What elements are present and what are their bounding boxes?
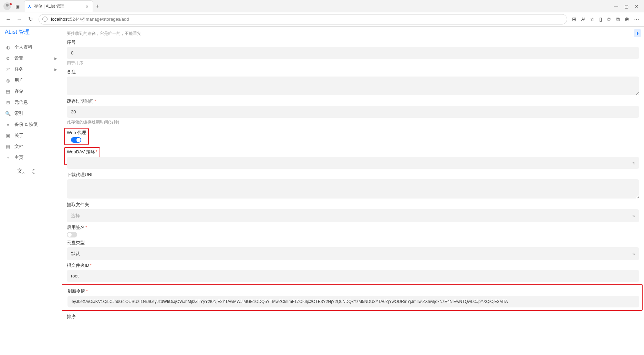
card-icon: ▣ [5, 133, 11, 138]
extract-select[interactable]: 选择 [67, 209, 639, 222]
browser-titlebar: ▣ ⋏ 存储 | AList 管理 × + — ▢ ✕ [0, 0, 644, 12]
proxyurl-textarea[interactable] [67, 179, 639, 199]
favorite-icon[interactable]: ☆ [590, 16, 594, 22]
minimize-icon[interactable]: — [614, 4, 618, 9]
remark-textarea[interactable] [67, 77, 639, 95]
tab-favicon-icon: ⋏ [28, 4, 31, 9]
url-path: /@manage/storages/add [80, 17, 129, 22]
url-host: localhost [51, 17, 69, 22]
tab-title: 存储 | AList 管理 [34, 3, 85, 9]
webproxy-toggle[interactable] [71, 137, 81, 143]
form-main: 要挂载到的路径，它是唯一的，不能重复 序号 用于排序 备注 缓存过期时间* 此存… [62, 27, 644, 355]
database-icon: ≡ [5, 122, 11, 127]
rootid-label: 根文件夹ID* [67, 262, 639, 268]
sign-toggle[interactable] [67, 232, 77, 237]
read-aloud-icon[interactable]: A⁾ [581, 17, 585, 22]
webdav-label: WebDAV 策略* [67, 149, 97, 155]
sidebar-item-settings[interactable]: ⚙设置▶ [3, 53, 59, 64]
sidebar: ◐个人资料 ⚙设置▶ ⇄任务▶ ◎用户 ▤存储 ⊞元信息 🔍索引 ≡备份 & 恢… [0, 27, 62, 355]
disk-select[interactable]: 默认 [67, 247, 639, 260]
sidebar-item-label: 备份 & 恢复 [14, 121, 38, 128]
webdav-select[interactable] [67, 157, 639, 169]
site-info-icon[interactable]: i [42, 17, 48, 22]
webproxy-label: Web 代理 [67, 130, 86, 136]
tab-close-icon[interactable]: × [85, 4, 89, 9]
storage-icon: ▤ [5, 89, 11, 94]
extract-label: 提取文件夹 [67, 202, 639, 208]
remark-label: 备注 [67, 69, 639, 75]
collections-icon[interactable]: ⧉ [616, 16, 620, 22]
sidebar-item-label: 用户 [14, 77, 23, 83]
theme-toggle-icon[interactable]: ☾ [31, 168, 37, 175]
ai-assistant-icon[interactable]: ◗ [634, 29, 641, 37]
sidebar-item-backup[interactable]: ≡备份 & 恢复 [3, 119, 59, 130]
sidebar-item-label: 主页 [14, 154, 23, 161]
order-label: 序号 [67, 39, 639, 45]
refresh-button[interactable]: ↻ [25, 14, 36, 25]
token-label: 刷新令牌* [67, 288, 639, 294]
sidebar-item-tasks[interactable]: ⇄任务▶ [3, 64, 59, 75]
close-icon[interactable]: ✕ [635, 4, 638, 9]
sign-label: 启用签名* [67, 224, 639, 231]
sidebar-item-metas[interactable]: ⊞元信息 [3, 97, 59, 108]
cache-input[interactable] [67, 106, 639, 118]
highlight-token: 刷新令牌* [62, 284, 643, 311]
rootid-input[interactable] [67, 270, 639, 282]
address-bar[interactable]: i localhost:5244/@manage/storages/add [39, 14, 567, 24]
sidebar-item-storage[interactable]: ▤存储 [3, 86, 59, 97]
sidebar-item-label: 索引 [14, 110, 23, 116]
sidebar-item-home[interactable]: ⌂主页 [3, 152, 59, 163]
book-icon: ▤ [5, 144, 11, 149]
new-tab-button[interactable]: + [96, 3, 99, 9]
proxyurl-label: 下载代理URL [67, 172, 639, 178]
menu-icon[interactable]: ⋯ [634, 16, 639, 22]
order-input[interactable] [67, 47, 639, 59]
sidebar-item-label: 任务 [14, 66, 23, 72]
sidebar-item-label: 存储 [14, 88, 23, 94]
cache-hint: 此存储的缓存过期时间(分钟) [67, 119, 639, 125]
browser-tab[interactable]: ⋏ 存储 | AList 管理 × [24, 0, 93, 12]
reader-icon[interactable]: ▯ [599, 16, 602, 22]
cache-label: 缓存过期时间* [67, 98, 639, 104]
forward-button[interactable]: → [14, 14, 25, 25]
gear-icon: ⚙ [5, 56, 11, 61]
favorites-bar-icon[interactable]: ✩ [607, 16, 611, 22]
globe-icon: ◐ [5, 45, 11, 50]
sidebar-item-index[interactable]: 🔍索引 [3, 108, 59, 119]
chevron-right-icon: ▶ [54, 68, 57, 71]
grid-icon: ⊞ [5, 100, 11, 105]
maximize-icon[interactable]: ▢ [624, 4, 629, 9]
sidebar-item-about[interactable]: ▣关于 [3, 130, 59, 141]
app-title[interactable]: AList 管理 [5, 29, 30, 36]
sidebar-item-users[interactable]: ◎用户 [3, 75, 59, 86]
window-controls: — ▢ ✕ [610, 4, 643, 9]
mount-path-hint: 要挂载到的路径，它是唯一的，不能重复 [67, 31, 639, 37]
token-input[interactable] [67, 296, 639, 307]
sidebar-item-profile[interactable]: ◐个人资料 [3, 42, 59, 53]
sidebar-item-docs[interactable]: ▤文档 [3, 141, 59, 152]
highlight-web-proxy: Web 代理 [64, 128, 89, 145]
order-hint: 用于排序 [67, 60, 639, 66]
back-button[interactable]: ← [3, 14, 14, 25]
sort-label: 排序 [67, 314, 639, 320]
disk-label: 云盘类型 [67, 240, 639, 246]
sidebar-item-label: 元信息 [14, 99, 28, 105]
sidebar-item-label: 文档 [14, 143, 23, 150]
sidebar-item-label: 关于 [14, 132, 23, 139]
browser-chrome: ▣ ⋏ 存储 | AList 管理 × + — ▢ ✕ ← → ↻ i loca… [0, 0, 644, 27]
workspaces-icon[interactable]: ▣ [13, 2, 22, 11]
user-icon: ◎ [5, 78, 11, 83]
language-icon[interactable]: 文A [17, 168, 24, 175]
browser-toolbar: ← → ↻ i localhost:5244/@manage/storages/… [0, 12, 644, 26]
extensions-icon[interactable]: ❀ [625, 16, 629, 22]
app-root: AList 管理 ◗ ◐个人资料 ⚙设置▶ ⇄任务▶ ◎用户 ▤存储 ⊞元信息 … [0, 27, 644, 355]
profile-icon[interactable] [3, 2, 11, 10]
search-icon: 🔍 [5, 111, 11, 116]
chevron-right-icon: ▶ [54, 57, 57, 60]
apps-icon[interactable]: ⊞ [572, 16, 577, 22]
url-port: :5244 [69, 17, 80, 22]
sidebar-footer: 文A ☾ [3, 163, 59, 175]
tasks-icon: ⇄ [5, 67, 11, 72]
sidebar-item-label: 设置 [14, 55, 23, 61]
toolbar-actions: ⊞ A⁾ ☆ ▯ ✩ ⧉ ❀ ⋯ [570, 16, 641, 22]
